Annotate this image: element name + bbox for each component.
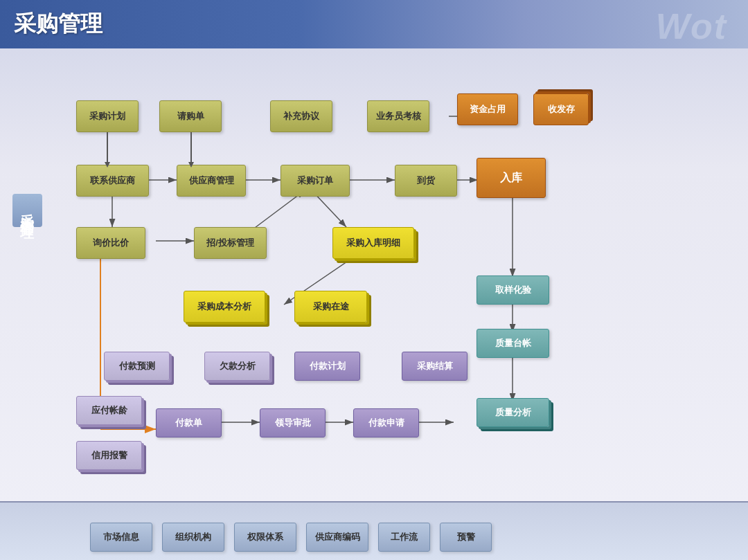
arrow-v1 (107, 132, 108, 165)
box-xunjia-bijia: 询价比价 (76, 227, 145, 259)
box-yewuyuan-kaohe: 业务员考核 (367, 100, 429, 132)
left-sidebar-label: 采购管理 (12, 97, 42, 227)
arrow-v2 (190, 132, 192, 165)
box-shofasun: 收发存 (533, 93, 589, 125)
box-quyang-huayan: 取样化验 (477, 276, 549, 305)
box-zhiliang-taizhang: 质量台帐 (477, 329, 549, 358)
box-zhiliang-fenxi: 质量分析 (477, 398, 549, 427)
box-zijin-zhanyong: 资金占用 (457, 93, 518, 125)
box-caigou-zaitu: 采购在途 (294, 291, 367, 323)
box-ruku: 入库 (477, 158, 546, 198)
box-lianxi-gongyingshang: 联系供应商 (76, 165, 149, 197)
box-yingfu-zhanglin: 应付帐龄 (76, 396, 142, 425)
section-label-caigou: 采购管理 (12, 194, 42, 227)
box-caigou-jihua: 采购计划 (76, 100, 139, 132)
box-xinyong-baojing: 信用报警 (76, 441, 142, 470)
box-daohuo: 到货 (395, 165, 457, 197)
box-fukuan-dan: 付款单 (156, 408, 222, 437)
platform-boxes: 市场信息 组织机构 权限体系 供应商编码 工作流 预警 (90, 523, 492, 552)
box-zhaobiao-guanli: 招/投标管理 (194, 227, 267, 259)
box-yujing[interactable]: 预警 (440, 523, 492, 552)
box-qinggou-dan: 请购单 (159, 100, 222, 132)
header: 采购管理 Wot (0, 0, 748, 48)
box-fukuan-yuce: 付款预测 (104, 352, 170, 381)
box-gongyingshang-bianma[interactable]: 供应商编码 (306, 523, 368, 552)
box-zuzhi-jigou[interactable]: 组织机构 (162, 523, 224, 552)
box-lingdao-shenpi: 领导审批 (260, 408, 326, 437)
box-shichang-xinxi[interactable]: 市场信息 (90, 523, 152, 552)
box-qiankuan-fenxi: 欠款分析 (204, 352, 270, 381)
box-caigou-jiesuan: 采购结算 (402, 352, 467, 381)
box-caigou-chengben-fenxi: 采购成本分析 (184, 291, 265, 323)
svg-line-10 (249, 190, 305, 232)
box-caigou-ruku-mingxi: 采购入库明细 (332, 227, 414, 259)
box-fukuan-shenqing: 付款申请 (353, 408, 419, 437)
box-buchong-xieyi: 补充协议 (270, 100, 332, 132)
box-fukuan-jihua: 付款计划 (294, 352, 360, 381)
box-quanxian-tixi[interactable]: 权限体系 (234, 523, 296, 552)
diagram-area: 采购计划 请购单 补充协议 业务员考核 资金占用 收发存 联系供应商 供应商管理… (55, 55, 738, 498)
box-caigou-dingdan: 采购订单 (280, 165, 350, 197)
box-gongyingshang-guanli: 供应商管理 (177, 165, 246, 197)
page-title: 采购管理 (14, 9, 103, 39)
box-gongzuoliu[interactable]: 工作流 (378, 523, 430, 552)
watermark-text: Wot (656, 6, 727, 47)
